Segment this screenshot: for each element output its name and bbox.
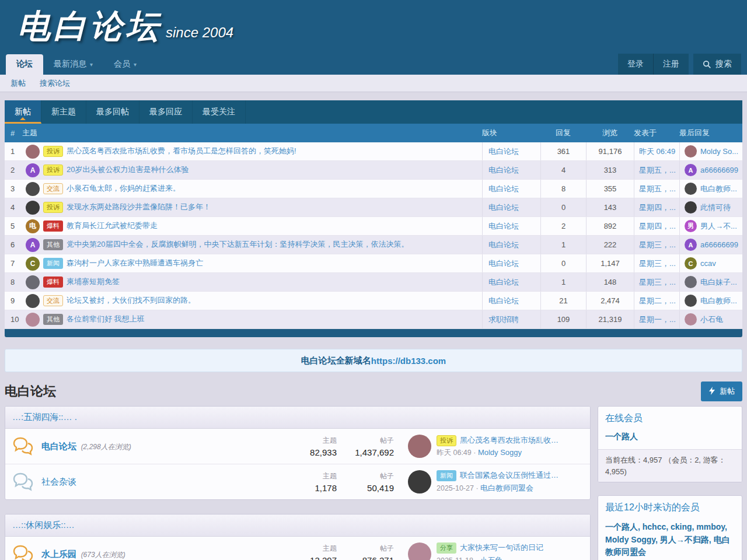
topic-tag[interactable]: 新闻 xyxy=(437,470,456,481)
latest-post-avatar[interactable] xyxy=(408,435,431,458)
forum-link[interactable]: 电白论坛 xyxy=(488,277,519,288)
register-button[interactable]: 注册 xyxy=(653,54,689,75)
poster-avatar[interactable] xyxy=(26,313,40,327)
login-button[interactable]: 登录 xyxy=(618,54,653,75)
topic-title-link[interactable]: 黑心茂名粤西农批市场乱收费，看市场员工是怎样回答的，笑死她妈! xyxy=(67,146,296,155)
latest-post-title-link[interactable]: 联合国紧急会议压倒性通过… xyxy=(460,471,558,480)
poster-avatar[interactable]: C xyxy=(26,257,40,271)
latest-post-avatar[interactable] xyxy=(408,470,431,494)
last-reply-user[interactable]: 小石龟 xyxy=(700,314,723,325)
forum-link[interactable]: 电白论坛 xyxy=(488,296,519,306)
poster-avatar[interactable] xyxy=(26,145,40,159)
topic-title-link[interactable]: 教育局长江允武被纪委带走 xyxy=(67,221,158,230)
poster-avatar[interactable] xyxy=(26,294,40,308)
topic-tag[interactable]: 爆料 xyxy=(43,220,63,232)
forum-link[interactable]: 电白论坛 xyxy=(488,202,519,213)
topic-tag[interactable]: 其他 xyxy=(43,239,63,250)
last-reply-avatar[interactable] xyxy=(685,183,697,195)
poster-avatar[interactable] xyxy=(26,182,40,196)
tab-new-posts[interactable]: 新帖 xyxy=(5,100,41,124)
topic-tag[interactable]: 交流 xyxy=(43,295,63,306)
posted-date-link[interactable]: 星期四，... xyxy=(639,202,676,213)
topic-tag[interactable]: 投诉 xyxy=(43,146,63,157)
banner-link[interactable]: https://db133.com xyxy=(371,356,446,366)
forum-link[interactable]: 电白论坛 xyxy=(488,184,519,194)
latest-post-title-link[interactable]: 黑心茂名粤西农批市场乱收… xyxy=(460,436,558,444)
subnav-new-posts-link[interactable]: 新帖 xyxy=(11,78,26,89)
latest-post-user-link[interactable]: 电白教师同盟会 xyxy=(480,484,533,492)
posted-date-link[interactable]: 星期五，... xyxy=(639,184,676,194)
last-reply-user[interactable]: 电白教师... xyxy=(700,184,737,194)
last-reply-avatar[interactable]: C xyxy=(685,257,697,270)
recent-visitors-list[interactable]: 一个路人, hchcc, cking, mmboy, Moldy Soggy, … xyxy=(598,516,742,560)
posted-date-link[interactable]: 星期三，... xyxy=(639,258,676,269)
forum-link[interactable]: 求职招聘 xyxy=(488,314,519,325)
poster-avatar[interactable] xyxy=(26,275,40,289)
topic-title-link[interactable]: 发现水东两处路段沙井盖像陷阱！已多年！ xyxy=(67,202,211,211)
poster-avatar[interactable]: 电 xyxy=(26,219,40,233)
forum-link[interactable]: 电白论坛 xyxy=(488,258,519,269)
forum-name-link[interactable]: 水上乐园 xyxy=(41,549,76,559)
topic-title-link[interactable]: 柬埔寨短期免签 xyxy=(67,277,120,286)
poster-avatar[interactable]: A xyxy=(26,163,40,177)
last-reply-user[interactable]: 此情可待 xyxy=(700,202,731,213)
tab-most-replies[interactable]: 最多回帖 xyxy=(86,100,139,124)
last-reply-user[interactable]: Moldy So... xyxy=(700,147,738,156)
last-reply-avatar[interactable]: A xyxy=(685,239,697,251)
latest-post-avatar[interactable] xyxy=(408,542,431,560)
last-reply-user[interactable]: ccav xyxy=(700,259,716,268)
last-reply-avatar[interactable]: A xyxy=(685,164,697,176)
last-reply-user[interactable]: a66666699 xyxy=(700,240,738,249)
last-reply-avatar[interactable] xyxy=(685,276,697,288)
last-reply-user[interactable]: 电白教师... xyxy=(700,296,737,306)
posted-date-link[interactable]: 星期五，... xyxy=(639,165,676,176)
last-reply-user[interactable]: 男人→不... xyxy=(700,221,737,232)
topic-tag[interactable]: 投诉 xyxy=(43,164,63,176)
last-reply-user[interactable]: a66666699 xyxy=(700,166,738,174)
forum-link[interactable]: 电白论坛 xyxy=(488,221,519,232)
topic-tag[interactable]: 投诉 xyxy=(43,202,63,213)
topic-title-link[interactable]: 各位前辈们好 我想上班 xyxy=(67,314,145,323)
topic-tag[interactable]: 投诉 xyxy=(437,435,456,446)
topic-title-link[interactable]: 党中央第20届四中全会，反腐旗帜鲜明，中央下达新五年计划：坚持科学决策，民主决策… xyxy=(67,240,409,249)
last-reply-user[interactable]: 电白妹子... xyxy=(700,277,737,288)
tab-most-reactions[interactable]: 最多回应 xyxy=(139,100,193,124)
poster-avatar[interactable] xyxy=(26,201,40,215)
posted-date-link[interactable]: 星期二，... xyxy=(639,296,676,306)
tab-new-topics[interactable]: 新主题 xyxy=(41,100,86,124)
latest-post-user-link[interactable]: 小石龟 xyxy=(480,556,502,560)
nav-tab-members[interactable]: 会员▾ xyxy=(103,54,147,75)
last-reply-avatar[interactable]: 男 xyxy=(685,220,697,232)
topic-tag[interactable]: 新闻 xyxy=(43,258,63,269)
nav-tab-forum[interactable]: 论坛 xyxy=(6,54,43,75)
nav-tab-latest-news[interactable]: 最新消息▾ xyxy=(43,54,103,75)
topic-tag[interactable]: 其他 xyxy=(43,314,63,325)
forum-link[interactable]: 电白论坛 xyxy=(488,146,519,157)
poster-avatar[interactable]: A xyxy=(26,238,40,252)
forum-link[interactable]: 电白论坛 xyxy=(488,165,519,176)
topic-tag[interactable]: 分享 xyxy=(437,542,456,554)
search-button[interactable]: 搜索 xyxy=(693,54,741,75)
tab-most-watched[interactable]: 最受关注 xyxy=(193,100,246,124)
latest-post-user-link[interactable]: Moldy Soggy xyxy=(478,448,522,457)
forum-name-link[interactable]: 社会杂谈 xyxy=(41,477,76,487)
topic-title-link[interactable]: 论坛又被封，大伙们找不到回家的路。 xyxy=(67,296,196,304)
topic-tag[interactable]: 交流 xyxy=(43,183,63,194)
last-reply-avatar[interactable] xyxy=(685,295,697,307)
subnav-search-forums-link[interactable]: 搜索论坛 xyxy=(40,78,70,89)
posted-date-link[interactable]: 星期三，... xyxy=(639,277,676,288)
last-reply-avatar[interactable] xyxy=(685,201,697,214)
online-member-link[interactable]: 一个路人 xyxy=(605,432,638,441)
posted-date-link[interactable]: 星期三，... xyxy=(639,240,676,250)
site-logo[interactable]: 电白论坛since 2004 xyxy=(18,5,233,49)
last-reply-avatar[interactable] xyxy=(685,145,697,158)
forum-link[interactable]: 电白论坛 xyxy=(488,240,519,250)
posted-date-link[interactable]: 星期一，... xyxy=(639,314,676,325)
posted-date-link[interactable]: 星期四，... xyxy=(639,221,676,232)
last-reply-avatar[interactable] xyxy=(685,313,697,326)
topic-title-link[interactable]: 森沟村一户人家在家中熟睡遭遇车祸身亡 xyxy=(67,258,203,267)
new-post-button[interactable]: 新帖 xyxy=(701,382,742,401)
latest-post-title-link[interactable]: 大家快来写一句话的日记 xyxy=(460,543,543,552)
posted-date-link[interactable]: 昨天 06:49 xyxy=(639,146,675,157)
topic-tag[interactable]: 爆料 xyxy=(43,276,63,288)
